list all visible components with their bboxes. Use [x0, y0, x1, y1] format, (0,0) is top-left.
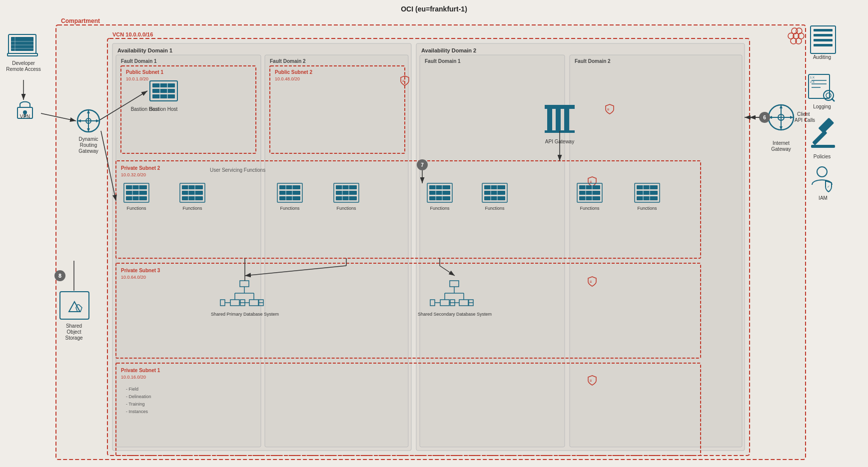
svg-rect-25	[11, 37, 33, 51]
compartment-icon	[788, 28, 804, 44]
svg-marker-18	[87, 128, 90, 132]
svg-rect-31	[60, 292, 89, 319]
compartment-label: Compartment	[61, 17, 100, 24]
shared-object-storage-label-3: Storage	[65, 335, 82, 341]
dev-remote-label-2: Remote Access	[6, 66, 40, 72]
shield-icon-private-subnet-1: ≡	[588, 376, 596, 385]
badge-7-circle	[417, 159, 428, 170]
svg-point-70	[793, 33, 799, 39]
function-5-icon	[427, 183, 452, 202]
avail-domain-1-rect	[112, 43, 411, 451]
avail-domain-2-rect	[416, 43, 745, 451]
shared-object-storage-icon	[60, 292, 89, 319]
svg-rect-50	[814, 34, 833, 36]
developer-remote-access-icon	[7, 34, 37, 56]
svg-marker-20	[96, 119, 99, 122]
svg-rect-180	[459, 300, 468, 306]
svg-point-38	[778, 114, 784, 120]
svg-rect-45	[564, 108, 569, 131]
svg-rect-139	[579, 196, 600, 200]
shared-object-storage-label-1: Shared	[66, 323, 82, 329]
svg-rect-149	[637, 196, 658, 200]
svg-text:≡: ≡	[590, 180, 592, 184]
svg-rect-4	[152, 83, 175, 87]
vcn-rect	[107, 38, 750, 456]
api-gateway-label: API Gateway	[545, 139, 574, 144]
svg-rect-138	[579, 191, 600, 195]
svg-rect-174	[440, 300, 449, 306]
svg-rect-107	[336, 185, 357, 189]
shared-secondary-db-label: Shared Secondary Database System	[418, 312, 492, 317]
auditing-icon	[811, 26, 836, 53]
private-subnet-2-label: Private Subnet 2	[121, 165, 160, 171]
api-gateway-icon	[545, 105, 575, 133]
svg-point-68	[796, 28, 802, 34]
internet-gateway-label: Internet	[773, 140, 790, 146]
internet-gateway-label-2: Gateway	[771, 146, 791, 152]
svg-rect-106	[334, 183, 359, 202]
avail-domain-2-label: Availability Domain 2	[421, 47, 476, 53]
vcn-label: VCN 10.0.0.0/16	[112, 31, 153, 37]
dynamic-routing-gateway-icon	[77, 110, 99, 132]
public-subnet-1-cidr: 10.0.1.0/20	[126, 76, 148, 81]
svg-point-58	[826, 93, 831, 98]
svg-rect-21	[17, 107, 32, 118]
avail-domain-1-label: Availability Domain 1	[117, 47, 172, 53]
svg-rect-78	[126, 191, 147, 195]
shield-icon-public-1: ≡	[401, 76, 409, 85]
function-1-icon	[124, 183, 149, 202]
function-8-icon	[635, 183, 660, 202]
svg-text:≡: ≡	[402, 79, 405, 83]
vpn-label: VPN	[20, 114, 30, 119]
fault-domain-2-ad2-label: Fault Domain 2	[575, 58, 611, 64]
svg-point-16	[86, 118, 91, 123]
svg-rect-128	[484, 191, 505, 195]
svg-rect-166	[249, 300, 258, 306]
policies-label: Policies	[814, 154, 831, 159]
fault-domain-1-ad1-label: Fault Domain 1	[121, 58, 157, 64]
svg-rect-164	[240, 300, 245, 306]
svg-rect-147	[637, 185, 658, 189]
svg-rect-160	[230, 300, 239, 306]
svg-marker-19	[77, 119, 81, 122]
line-cross-to-db1	[245, 266, 346, 276]
svg-rect-30	[7, 53, 37, 56]
function-6-label: Functions	[485, 206, 505, 211]
fault-domain-1-ad2-rect	[420, 55, 565, 447]
svg-rect-48	[811, 26, 836, 53]
svg-rect-163	[220, 300, 225, 306]
svg-marker-32	[69, 302, 80, 312]
svg-marker-39	[780, 105, 783, 108]
fault-domain-1-ad1-rect	[116, 55, 261, 447]
drg-label-1: Dynamic	[79, 136, 98, 142]
drg-label-3: Gateway	[78, 148, 98, 154]
svg-text:≡: ≡	[607, 107, 610, 112]
fault-domain-2-ad1-rect	[265, 55, 408, 447]
private-subnet-1-cidr: 10.0.16.0/20	[121, 375, 146, 380]
client-api-label-1: Client	[797, 111, 810, 117]
shared-object-storage-label-2: Object	[67, 329, 81, 335]
svg-rect-52	[814, 44, 833, 46]
shield-icon-private-subnet-3: ≡	[588, 277, 596, 286]
svg-rect-49	[814, 29, 833, 31]
svg-rect-98	[279, 191, 300, 195]
svg-point-69	[788, 33, 794, 39]
public-subnet-2-rect	[270, 66, 405, 153]
svg-rect-116	[427, 183, 452, 202]
svg-rect-97	[279, 185, 300, 189]
internet-gateway-icon	[769, 105, 794, 130]
svg-rect-47	[545, 130, 575, 133]
function-5-label: Functions	[430, 206, 450, 211]
public-subnet-1-label: Public Subnet 1	[126, 69, 163, 75]
svg-rect-77	[126, 185, 147, 189]
shield-icon-api: ≡	[606, 104, 614, 114]
svg-rect-177	[430, 300, 435, 306]
dev-remote-label-1: Developer	[12, 60, 35, 66]
bastion-host-label-main: Bastion Host	[149, 106, 178, 112]
svg-rect-136	[577, 183, 602, 202]
shield-icon-private-subnet-2: ≡	[588, 177, 596, 186]
svg-point-57	[824, 90, 834, 100]
iam-label: IAM	[819, 195, 828, 201]
bastion-host-icon	[150, 81, 177, 101]
svg-rect-137	[579, 185, 600, 189]
